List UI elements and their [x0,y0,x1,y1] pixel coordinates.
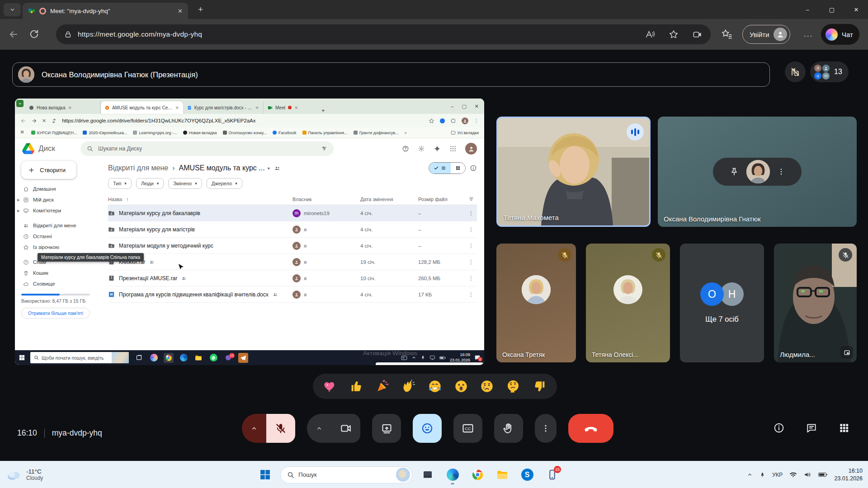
browser-tab-meet[interactable]: Meet: "mya-dvdp-yhq" ✕ [23,3,188,19]
clock[interactable]: 16:10 23.01.2026 [834,467,863,482]
back-icon[interactable] [8,29,19,40]
bookmark-item[interactable]: КУРСИ ПІДВИЩЕН... [31,131,77,135]
favorite-star-icon[interactable] [669,29,679,39]
sidebar-item-storage[interactable]: Сховище [21,278,100,289]
tray-mic-icon[interactable] [760,471,765,479]
address-bar[interactable]: https://meet.google.com/mya-dvdp-yhq [56,24,711,44]
refresh-icon[interactable] [29,29,39,39]
start-button[interactable] [255,465,274,485]
row-menu-icon[interactable]: ⋮ [465,275,477,282]
drive-search-input[interactable]: Шукати на Диску [80,141,334,156]
table-row[interactable]: Матеріали модуля у методичний курс я 4 с… [108,238,477,254]
bookmark-item[interactable]: Новая вкладка [183,131,217,135]
header-size[interactable]: Розмір файл [418,197,465,202]
bookmark-item[interactable]: Facebook [273,131,297,135]
video-tile-presenter[interactable]: Оксана Володимирівна Гнатюк [658,117,857,227]
task-view-icon[interactable] [134,353,144,363]
captions-button[interactable]: CC [453,414,482,443]
shared-maximize[interactable]: ▢ [462,103,466,109]
companion-mode-off-button[interactable] [785,61,806,82]
shared-minimize[interactable]: – [451,103,453,109]
extensions-icon[interactable] [450,118,456,124]
edge-app-button[interactable] [443,465,462,485]
bookmark-star-icon[interactable] [429,118,434,124]
table-row[interactable]: Презентації AMUSE.rar я 10 січ. 260,5 МБ… [108,270,477,286]
more-options-button[interactable] [535,414,557,443]
drive-logo[interactable]: Диск [22,143,55,154]
leave-call-button[interactable] [568,414,613,443]
view-toggle[interactable] [429,162,466,174]
shared-screen[interactable]: Нова вкладка ✕ AMUSE модуль та курс Сере… [15,99,484,365]
site-info-icon[interactable] [51,118,57,124]
shared-tab-4[interactable]: Meet ✕ [264,101,317,114]
mic-mute-button[interactable] [266,414,295,443]
all-bookmarks[interactable]: Усі вкладки [451,130,479,135]
reaction-joy-icon[interactable] [428,379,442,394]
bookmark-item[interactable]: Гранти дофінансув... [354,131,399,135]
keyboard-language[interactable]: УКР [772,472,783,478]
reaction-clapping-hands-icon[interactable] [401,379,416,394]
bookmarks-overflow[interactable]: » [405,131,407,135]
shared-tab-3[interactable]: Курс для магістрів.docx - Goo... ✕ [183,101,264,114]
camera-options-button[interactable] [307,414,331,443]
tile-menu-icon[interactable] [777,168,785,176]
start-button-icon[interactable] [19,354,25,361]
gemini-icon[interactable] [434,145,441,152]
edge-app-icon[interactable] [179,353,189,363]
filter-modified[interactable]: Змінено▾ [168,178,202,189]
row-menu-icon[interactable]: ⋮ [465,243,477,249]
tab-close[interactable]: ✕ [175,105,179,110]
pin-icon[interactable] [729,167,739,177]
skype-app-button[interactable]: S [518,465,537,485]
sidebar-item-shared[interactable]: Відкриті для мене [21,220,100,231]
tray-expand-icon[interactable] [747,472,753,478]
bookmark-item[interactable]: LearningApps.org -... [133,131,177,135]
apps-icon[interactable] [20,130,25,135]
help-icon[interactable] [402,145,409,152]
table-row[interactable]: W Програма для курсів підвищення кваліфі… [108,286,477,303]
participants-button[interactable]: Л о Н 13 [810,61,849,82]
favorites-bar-icon[interactable] [721,28,732,40]
window-minimize-button[interactable]: – [796,0,819,19]
tab-close[interactable]: ✕ [294,105,298,110]
sidebar-item-trash[interactable]: Кошик [21,267,100,278]
tab-close[interactable]: ✕ [255,105,259,110]
activities-grid-icon[interactable] [838,422,850,434]
copilot-app-icon[interactable] [149,353,159,363]
video-tile-p4[interactable]: Тетяна Олексі... [586,244,670,362]
filter-source[interactable]: Джерело▾ [207,178,242,189]
header-owner[interactable]: Власник [292,197,360,202]
header-name[interactable]: Назва↑ [108,197,292,202]
taskbar-search[interactable]: Пошук [280,466,412,483]
table-row[interactable]: Матеріали курсу для магістрів я 4 січ. –… [108,221,477,238]
shared-new-tab[interactable]: + [321,107,325,114]
volume-icon[interactable] [804,471,811,478]
sidebar-item-recent[interactable]: Останні [21,231,100,242]
chrome-menu-icon[interactable]: ⋮ [474,118,479,124]
bookmark-item[interactable]: 2020-Європейська... [83,131,127,135]
reaction-party-popper-icon[interactable] [375,379,390,394]
shared-search-box[interactable]: Щоби почати пошук, введіть [30,352,129,363]
reaction-thinking-icon[interactable] [506,379,520,394]
forward-icon[interactable] [31,118,37,124]
sidebar-item-starred[interactable]: Із зірочкою [21,242,100,253]
read-aloud-icon[interactable] [644,29,655,39]
video-tile-p6[interactable]: Людмила... [774,244,857,362]
reaction-thumbs-down-icon[interactable] [532,379,547,394]
shared-tab-2-active[interactable]: AMUSE модуль та курс Серед... ✕ [101,101,183,114]
shared-close[interactable]: ✕ [475,103,479,109]
explorer-app-button[interactable] [493,465,512,485]
expand-tile-icon[interactable] [840,346,853,359]
filter-tune-icon[interactable] [321,145,327,152]
sort-options-icon[interactable] [465,196,477,202]
meeting-details-icon[interactable] [773,422,785,434]
details-info-icon[interactable] [470,164,477,172]
present-screen-button[interactable] [372,414,401,443]
tray-mic-icon[interactable] [420,355,425,361]
widgets-app-button[interactable] [418,465,437,485]
bookmark-item[interactable]: Панель управління... [302,131,348,135]
news-notification[interactable]: ψTOP NEWS Top News | (Війна, Україна,...… [376,362,483,365]
window-maximize-button[interactable]: ▢ [820,0,844,19]
filter-type[interactable]: Тип▾ [108,178,132,189]
window-close-button[interactable]: ✕ [844,0,868,19]
